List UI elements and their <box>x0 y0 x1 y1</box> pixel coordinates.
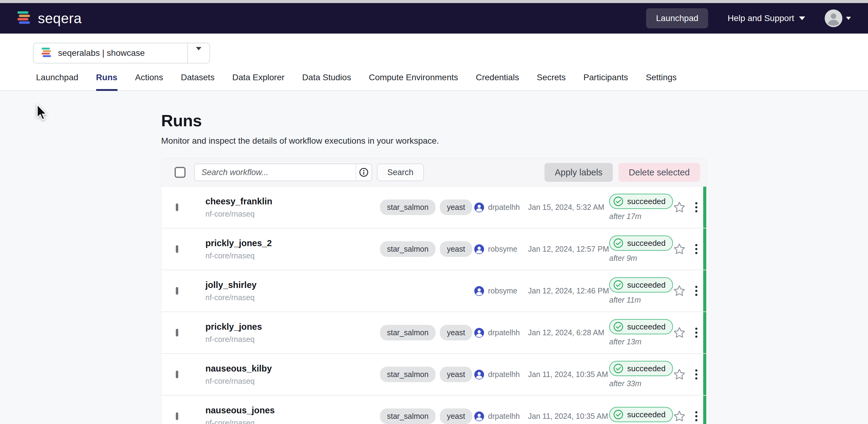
brand[interactable]: seqera <box>17 10 82 27</box>
run-user: drpatelhh <box>488 328 520 337</box>
tab-secrets[interactable]: Secrets <box>537 73 566 91</box>
star-icon <box>673 243 686 256</box>
run-name[interactable]: nauseous_jones <box>206 405 380 416</box>
run-labels: star_salmonyeast <box>380 325 474 340</box>
search-button[interactable]: Search <box>377 163 424 181</box>
run-name[interactable]: nauseous_kilby <box>206 364 380 374</box>
tab-data-studios[interactable]: Data Studios <box>302 73 351 91</box>
tab-actions[interactable]: Actions <box>135 73 163 91</box>
run-pipeline: nf-core/rnaseq <box>206 419 380 424</box>
tab-compute-environments[interactable]: Compute Environments <box>369 73 458 91</box>
chevron-down-icon <box>846 17 851 20</box>
check-circle-icon <box>613 322 623 332</box>
run-name[interactable]: prickly_jones_2 <box>206 238 380 248</box>
status-strip <box>703 228 706 270</box>
status-badge: succeeded <box>609 194 673 209</box>
star-icon <box>673 201 686 214</box>
workspace-dropdown-toggle[interactable] <box>188 50 209 56</box>
row-checkbox[interactable] <box>176 329 178 336</box>
label-pill: star_salmon <box>380 325 436 340</box>
run-user: drpatelhh <box>488 203 520 212</box>
subheader: seqeralabs | showcase LaunchpadRunsActio… <box>0 34 868 91</box>
table-row: prickly_jonesnf-core/rnaseqstar_salmonye… <box>161 312 706 354</box>
row-menu-button[interactable] <box>688 244 704 254</box>
avatar <box>825 9 842 27</box>
page-subtitle: Monitor and inspect the details of workf… <box>161 136 707 146</box>
run-user: robsyme <box>488 244 517 254</box>
run-name[interactable]: cheesy_franklin <box>206 196 380 206</box>
row-menu-button[interactable] <box>688 411 704 421</box>
run-name[interactable]: jolly_shirley <box>206 280 380 290</box>
launchpad-button[interactable]: Launchpad <box>646 8 708 28</box>
status-strip <box>703 312 706 353</box>
table-row: nauseous_jonesnf-core/rnaseqstar_salmony… <box>161 396 706 424</box>
star-button[interactable] <box>670 368 688 381</box>
info-circle-icon[interactable] <box>355 164 371 181</box>
check-circle-icon <box>613 196 623 206</box>
row-menu-button[interactable] <box>688 286 704 296</box>
tab-settings[interactable]: Settings <box>646 73 677 91</box>
star-button[interactable] <box>670 326 688 339</box>
help-and-support-menu[interactable]: Help and Support <box>727 13 805 23</box>
star-icon <box>673 326 686 339</box>
row-checkbox[interactable] <box>176 287 178 295</box>
star-button[interactable] <box>670 243 688 256</box>
label-pill: yeast <box>440 325 472 340</box>
user-circle-icon <box>474 244 484 254</box>
status-label: succeeded <box>627 322 665 332</box>
tab-datasets[interactable]: Datasets <box>181 73 215 91</box>
row-menu-button[interactable] <box>688 369 704 380</box>
label-pill: yeast <box>440 199 472 215</box>
select-all-checkbox[interactable] <box>175 167 186 178</box>
star-button[interactable] <box>670 285 688 297</box>
run-date: Jan 12, 2024, 6:28 AM <box>528 328 609 337</box>
delete-selected-button[interactable]: Delete selected <box>618 163 700 182</box>
status-badge: succeeded <box>609 319 673 334</box>
star-button[interactable] <box>670 201 688 214</box>
apply-labels-button[interactable]: Apply labels <box>545 163 613 182</box>
workspace-logo-icon <box>41 47 52 59</box>
tab-runs[interactable]: Runs <box>96 73 118 91</box>
table-row: cheesy_franklinnf-core/rnaseqstar_salmon… <box>161 187 706 228</box>
label-pill: yeast <box>440 409 472 424</box>
run-name[interactable]: prickly_jones <box>206 322 380 332</box>
main-area: Runs Monitor and inspect the details of … <box>0 91 868 420</box>
table-row: jolly_shirleynf-core/rnaseqrobsymeJan 12… <box>161 270 706 312</box>
workspace-selector[interactable]: seqeralabs | showcase <box>33 43 210 63</box>
row-checkbox[interactable] <box>176 413 178 420</box>
label-pill: star_salmon <box>380 409 436 424</box>
row-menu-button[interactable] <box>688 202 704 212</box>
check-circle-icon <box>613 363 623 374</box>
star-button[interactable] <box>670 410 688 423</box>
run-labels: star_salmonyeast <box>380 409 474 424</box>
user-menu[interactable] <box>825 9 851 27</box>
tab-data-explorer[interactable]: Data Explorer <box>232 73 284 91</box>
status-label: succeeded <box>627 197 665 206</box>
run-pipeline: nf-core/rnaseq <box>206 335 380 344</box>
help-and-support-label: Help and Support <box>727 13 794 23</box>
tab-participants[interactable]: Participants <box>584 73 628 91</box>
status-strip <box>703 396 706 424</box>
label-pill: star_salmon <box>380 367 436 382</box>
tab-credentials[interactable]: Credentials <box>476 73 519 91</box>
search-input[interactable] <box>195 168 355 177</box>
run-duration: after 13m <box>609 337 670 346</box>
row-checkbox[interactable] <box>176 245 178 253</box>
status-badge: succeeded <box>609 361 673 376</box>
status-label: succeeded <box>627 238 665 248</box>
runs-table-card: Search Apply labels Delete selected chee… <box>161 158 707 424</box>
row-checkbox[interactable] <box>176 203 178 211</box>
kebab-menu-icon <box>695 244 698 254</box>
runs-table-body: cheesy_franklinnf-core/rnaseqstar_salmon… <box>161 187 706 424</box>
row-menu-button[interactable] <box>688 328 704 338</box>
run-date: Jan 12, 2024, 12:57 PM <box>528 244 609 254</box>
chevron-down-icon <box>799 17 805 20</box>
run-pipeline: nf-core/rnaseq <box>206 377 380 386</box>
tab-launchpad[interactable]: Launchpad <box>36 73 79 91</box>
page-title: Runs <box>161 111 707 130</box>
user-circle-icon <box>474 412 484 421</box>
run-date: Jan 11, 2024, 10:35 AM <box>528 412 609 421</box>
run-pipeline: nf-core/rnaseq <box>206 251 380 260</box>
row-checkbox[interactable] <box>176 370 178 378</box>
table-row: nauseous_kilbynf-core/rnaseqstar_salmony… <box>161 354 706 396</box>
